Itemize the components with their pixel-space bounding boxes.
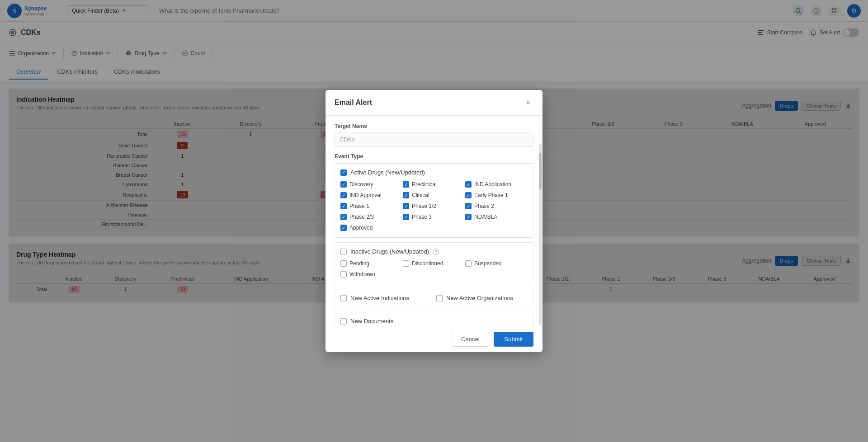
checkbox-clinical: Clinical bbox=[403, 191, 465, 199]
preclinical-checkbox[interactable] bbox=[403, 181, 409, 188]
inactive-drugs-label: Inactive Drugs (New/Updated) bbox=[350, 248, 429, 255]
phase-3-checkbox[interactable] bbox=[403, 214, 409, 220]
ind-approval-label: IND Approval bbox=[349, 192, 382, 198]
new-documents-section: New Documents Clinical Trials Patents bbox=[335, 312, 533, 326]
checkbox-preclinical: Preclinical bbox=[403, 180, 465, 188]
modal-title: Email Alert bbox=[335, 99, 372, 107]
checkbox-discovery: Discovery bbox=[340, 180, 403, 188]
checkbox-approved: Approved bbox=[340, 224, 403, 232]
checkbox-nda-bla: NDA/BLA bbox=[465, 213, 528, 221]
submit-button[interactable]: Submit bbox=[494, 332, 533, 347]
checkbox-phase-1-2: Phase 1/2 bbox=[403, 202, 465, 210]
clinical-checkbox[interactable] bbox=[403, 192, 409, 198]
new-active-section: New Active Indications New Active Organi… bbox=[335, 289, 533, 307]
inactive-drugs-help-icon[interactable]: ? bbox=[433, 249, 439, 255]
new-active-indications-label: New Active Indications bbox=[350, 295, 409, 301]
checkbox-withdrawn: Withdrawn bbox=[340, 270, 403, 278]
nda-bla-label: NDA/BLA bbox=[474, 214, 497, 220]
target-name-label: Target Name bbox=[335, 123, 533, 129]
modal-close-button[interactable]: × bbox=[523, 97, 533, 108]
modal-overlay[interactable]: Email Alert × Target Name Event Type Act… bbox=[0, 0, 868, 442]
modal-header: Email Alert × bbox=[326, 90, 542, 116]
phase-1-label: Phase 1 bbox=[349, 203, 369, 209]
phase-2-3-label: Phase 2/3 bbox=[349, 214, 374, 220]
phase-2-3-checkbox[interactable] bbox=[340, 214, 347, 220]
active-drugs-checkboxes: Discovery Preclinical IND Application IN… bbox=[340, 180, 528, 232]
discovery-checkbox[interactable] bbox=[340, 181, 347, 188]
checkbox-phase-2: Phase 2 bbox=[465, 202, 528, 210]
suspended-checkbox[interactable] bbox=[465, 260, 472, 267]
checkbox-ind-approval: IND Approval bbox=[340, 191, 403, 199]
phase-3-label: Phase 3 bbox=[412, 214, 432, 220]
phase-1-2-label: Phase 1/2 bbox=[412, 203, 436, 209]
inactive-drugs-checkboxes: Pending Discontinued Suspended Withdrawn bbox=[340, 259, 528, 278]
active-drugs-header: Active Drugs (New/Updated) bbox=[340, 169, 528, 176]
checkbox-phase-2-3: Phase 2/3 bbox=[340, 213, 403, 221]
pending-checkbox[interactable] bbox=[340, 260, 347, 267]
withdrawn-checkbox[interactable] bbox=[340, 271, 347, 277]
new-active-row: New Active Indications New Active Organi… bbox=[340, 295, 528, 301]
ind-application-label: IND Application bbox=[474, 181, 511, 188]
phase-2-checkbox[interactable] bbox=[465, 203, 472, 209]
new-active-indications-item: New Active Indications bbox=[340, 295, 432, 301]
early-phase-1-checkbox[interactable] bbox=[465, 192, 472, 198]
pending-label: Pending bbox=[349, 260, 369, 267]
new-active-organizations-label: New Active Organizations bbox=[446, 295, 513, 301]
new-active-organizations-item: New Active Organizations bbox=[436, 295, 528, 301]
event-type-label: Event Type bbox=[335, 153, 533, 160]
new-active-organizations-checkbox[interactable] bbox=[436, 295, 443, 301]
suspended-label: Suspended bbox=[474, 260, 502, 267]
target-name-input[interactable] bbox=[335, 132, 533, 147]
active-drugs-label: Active Drugs (New/Updated) bbox=[350, 169, 425, 176]
active-drugs-checkbox[interactable] bbox=[340, 169, 347, 176]
inactive-drugs-header: Inactive Drugs (New/Updated) ? bbox=[340, 248, 528, 255]
ind-approval-checkbox[interactable] bbox=[340, 192, 347, 198]
approved-label: Approved bbox=[349, 225, 373, 231]
phase-1-checkbox[interactable] bbox=[340, 203, 347, 209]
checkbox-phase-1: Phase 1 bbox=[340, 202, 403, 210]
clinical-label: Clinical bbox=[412, 192, 429, 198]
preclinical-label: Preclinical bbox=[412, 181, 437, 188]
approved-checkbox[interactable] bbox=[340, 225, 347, 231]
inactive-drugs-checkbox[interactable] bbox=[340, 249, 347, 255]
new-documents-header: New Documents bbox=[340, 318, 528, 324]
early-phase-1-label: Early Phase 1 bbox=[474, 192, 508, 198]
ind-application-checkbox[interactable] bbox=[465, 181, 472, 188]
phase-1-2-checkbox[interactable] bbox=[403, 203, 409, 209]
checkbox-pending: Pending bbox=[340, 259, 403, 268]
active-drugs-section: Active Drugs (New/Updated) Discovery Pre… bbox=[335, 163, 533, 238]
cancel-button[interactable]: Cancel bbox=[452, 332, 489, 347]
discovery-label: Discovery bbox=[349, 181, 373, 188]
modal-scrollbar-thumb[interactable] bbox=[539, 153, 542, 189]
checkbox-phase-3: Phase 3 bbox=[403, 213, 465, 221]
new-documents-checkbox[interactable] bbox=[340, 318, 347, 324]
new-active-indications-checkbox[interactable] bbox=[340, 295, 347, 301]
discontinued-checkbox[interactable] bbox=[403, 260, 409, 267]
checkbox-discontinued: Discontinued bbox=[403, 259, 465, 268]
email-alert-modal: Email Alert × Target Name Event Type Act… bbox=[326, 90, 542, 352]
modal-body: Target Name Event Type Active Drugs (New… bbox=[326, 116, 542, 326]
checkbox-early-phase-1: Early Phase 1 bbox=[465, 191, 528, 199]
new-documents-label: New Documents bbox=[350, 318, 393, 324]
modal-scrollbar[interactable] bbox=[539, 144, 542, 325]
checkbox-ind-application: IND Application bbox=[465, 180, 528, 188]
modal-footer: Cancel Submit bbox=[326, 326, 542, 352]
discontinued-label: Discontinued bbox=[412, 260, 443, 267]
checkbox-suspended: Suspended bbox=[465, 259, 528, 268]
nda-bla-checkbox[interactable] bbox=[465, 214, 472, 220]
phase-2-label: Phase 2 bbox=[474, 203, 494, 209]
inactive-drugs-section: Inactive Drugs (New/Updated) ? Pending D… bbox=[335, 242, 533, 284]
withdrawn-label: Withdrawn bbox=[349, 271, 375, 277]
